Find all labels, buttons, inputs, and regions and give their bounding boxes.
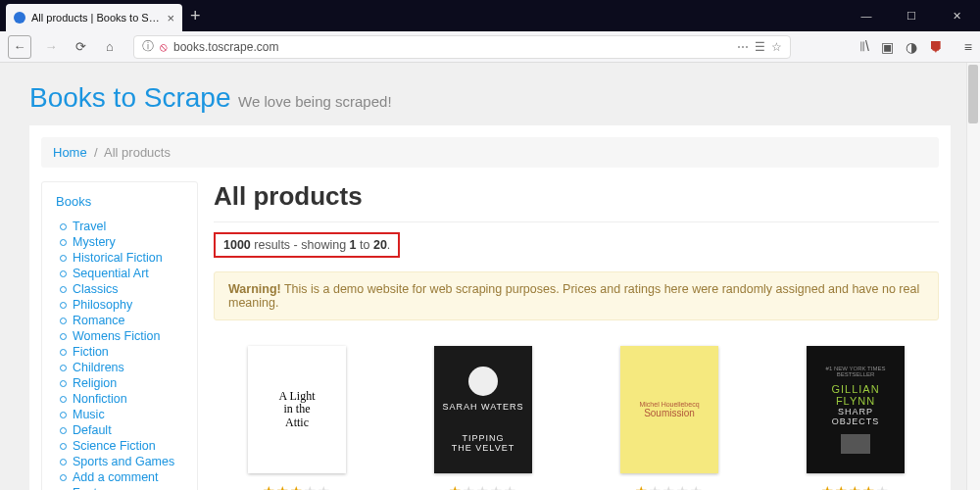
product-rating: ★★★★★ <box>606 483 733 490</box>
category-link[interactable]: Religion <box>73 376 117 390</box>
category-sidebar: Books TravelMysteryHistorical FictionSeq… <box>41 181 198 490</box>
more-url-icon[interactable]: ⋯ <box>737 40 749 54</box>
vertical-scrollbar[interactable] <box>966 63 980 490</box>
main-content: All products 1000 results - showing 1 to… <box>214 181 939 490</box>
library-icon[interactable]: ⫴\ <box>859 38 869 55</box>
category-item: Religion <box>56 375 183 391</box>
reader-mode-icon[interactable]: ☰ <box>755 40 765 54</box>
url-text: books.toscrape.com <box>173 40 731 54</box>
category-item: Classics <box>56 281 183 297</box>
category-link[interactable]: Fantasy <box>73 486 116 490</box>
warning-alert: Warning! This is a demo website for web … <box>214 271 939 320</box>
category-link[interactable]: Science Fiction <box>73 439 156 453</box>
bookmark-star-icon[interactable]: ☆ <box>771 40 782 54</box>
category-link[interactable]: Mystery <box>73 235 116 249</box>
browser-toolbar: ← → ⟳ ⌂ ⓘ ⦸ books.toscrape.com ⋯ ☰ ☆ ⫴\ … <box>0 31 980 63</box>
category-link[interactable]: Music <box>73 408 105 421</box>
category-item: Historical Fiction <box>56 250 183 266</box>
site-header: Books to Scrape We love being scraped! <box>29 82 951 114</box>
nav-back-button[interactable]: ← <box>8 35 31 59</box>
category-item: Sequential Art <box>56 266 183 281</box>
insecure-icon: ⦸ <box>160 40 168 54</box>
category-item: Sports and Games <box>56 454 183 469</box>
results-summary: 1000 results - showing 1 to 20. <box>214 232 400 258</box>
product-cover[interactable]: A Lightin theAttic <box>248 346 346 473</box>
category-link[interactable]: Fiction <box>73 345 109 359</box>
product-rating: ★★★★★ <box>233 483 361 490</box>
site-info-icon[interactable]: ⓘ <box>142 38 154 55</box>
product-cover[interactable]: #1 NEW YORK TIMES BESTSELLERGILLIAN FLYN… <box>807 346 905 473</box>
window-minimize-button[interactable]: — <box>853 10 880 22</box>
product-card: Michel HouellebecqSoumission★★★★★Soumiss… <box>606 346 733 490</box>
category-link[interactable]: Add a comment <box>73 470 159 484</box>
scrollbar-thumb[interactable] <box>968 65 978 123</box>
category-item: Fantasy <box>56 485 183 490</box>
adblock-shield-icon[interactable]: ⛊ <box>929 39 943 55</box>
category-link[interactable]: Sequential Art <box>73 267 149 280</box>
category-item: Philosophy <box>56 297 183 313</box>
category-link[interactable]: Romance <box>73 314 125 327</box>
page-viewport: Books to Scrape We love being scraped! H… <box>0 63 980 490</box>
window-close-button[interactable]: ✕ <box>943 10 970 23</box>
breadcrumb-current: All products <box>104 145 171 160</box>
product-card: SARAH WATERSTIPPINGTHE VELVET★★★★★Tippin… <box>419 346 547 490</box>
product-card: #1 NEW YORK TIMES BESTSELLERGILLIAN FLYN… <box>792 346 919 490</box>
browser-tab-active[interactable]: All products | Books to Scrape × <box>6 4 182 31</box>
app-menu-icon[interactable]: ≡ <box>964 39 972 55</box>
product-rating: ★★★★★ <box>792 483 919 490</box>
site-brand-link[interactable]: Books to Scrape <box>29 82 230 113</box>
nav-reload-button[interactable]: ⟳ <box>71 37 90 57</box>
nav-forward-button[interactable]: → <box>41 37 61 57</box>
browser-tab-strip: All products | Books to Scrape × + — ☐ ✕ <box>0 0 980 31</box>
category-item: Romance <box>56 313 183 328</box>
tab-favicon <box>14 12 25 24</box>
product-cover[interactable]: Michel HouellebecqSoumission <box>620 346 718 473</box>
category-link[interactable]: Classics <box>73 282 119 296</box>
category-item: Default <box>56 422 183 438</box>
category-item: Fiction <box>56 344 183 360</box>
category-item: Science Fiction <box>56 438 183 454</box>
category-item: Mystery <box>56 234 183 250</box>
category-item: Add a comment <box>56 469 183 485</box>
category-item: Music <box>56 407 183 422</box>
category-item: Childrens <box>56 360 183 375</box>
category-item: Womens Fiction <box>56 328 183 344</box>
sidebar-toggle-icon[interactable]: ▣ <box>881 39 894 55</box>
product-card: A Lightin theAttic★★★★★A Light in the … <box>233 346 361 490</box>
category-link[interactable]: Childrens <box>73 361 124 374</box>
url-bar[interactable]: ⓘ ⦸ books.toscrape.com ⋯ ☰ ☆ <box>133 35 791 59</box>
category-link[interactable]: Philosophy <box>73 298 132 312</box>
category-link[interactable]: Womens Fiction <box>73 329 160 343</box>
category-item: Nonfiction <box>56 391 183 407</box>
tab-close-icon[interactable]: × <box>167 11 174 25</box>
category-item: Travel <box>56 219 183 234</box>
sidebar-title[interactable]: Books <box>56 194 183 209</box>
product-rating: ★★★★★ <box>419 483 547 490</box>
breadcrumb: Home / All products <box>41 137 939 168</box>
category-link[interactable]: Sports and Games <box>73 455 174 468</box>
account-icon[interactable]: ◑ <box>906 39 917 55</box>
category-link[interactable]: Default <box>73 423 112 437</box>
category-link[interactable]: Historical Fiction <box>73 251 163 265</box>
breadcrumb-home-link[interactable]: Home <box>53 145 87 160</box>
product-cover[interactable]: SARAH WATERSTIPPINGTHE VELVET <box>434 346 532 473</box>
nav-home-button[interactable]: ⌂ <box>100 37 120 57</box>
new-tab-button[interactable]: + <box>182 6 209 26</box>
tab-title: All products | Books to Scrape <box>31 12 161 24</box>
category-link[interactable]: Travel <box>73 220 106 233</box>
site-tagline: We love being scraped! <box>238 93 391 110</box>
page-title: All products <box>214 181 939 212</box>
window-maximize-button[interactable]: ☐ <box>898 10 925 23</box>
category-link[interactable]: Nonfiction <box>73 392 127 406</box>
